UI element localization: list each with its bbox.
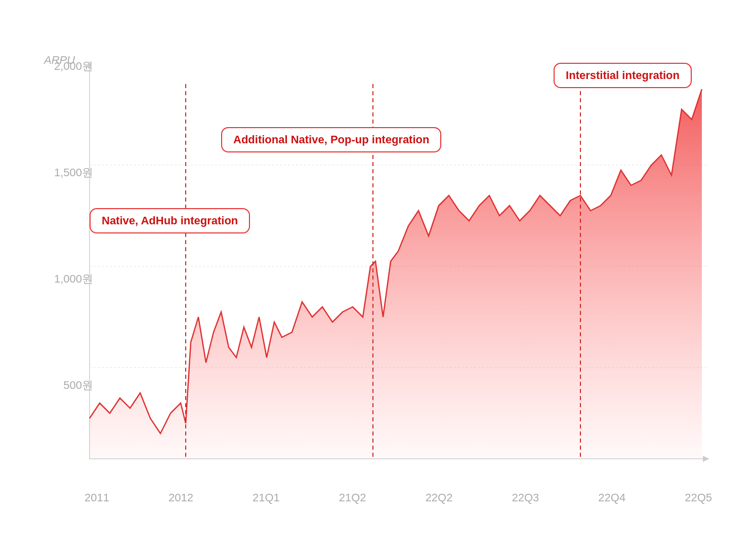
x-axis-ticks: 2011 2012 21Q1 21Q2 22Q2 22Q3 22Q4 22Q5	[85, 491, 712, 504]
annotation-native: Native, AdHub integration	[90, 208, 250, 233]
x-tick-22q3: 22Q3	[512, 491, 539, 504]
annotation-interstitial: Interstitial integration	[554, 63, 692, 88]
svg-marker-3	[703, 456, 709, 462]
x-tick-22q4: 22Q4	[598, 491, 625, 504]
x-tick-21q2: 21Q2	[339, 491, 366, 504]
chart-area	[85, 59, 712, 484]
chart-container: ARPU 2,000원 1,500원 1,000원 500원	[24, 28, 732, 525]
x-tick-22q5: 22Q5	[685, 491, 712, 504]
x-tick-2012: 2012	[169, 491, 193, 504]
annotation-popup: Additional Native, Pop-up integration	[221, 127, 441, 152]
x-tick-2011: 2011	[85, 491, 109, 504]
x-tick-21q1: 21Q1	[253, 491, 280, 504]
x-tick-22q2: 22Q2	[426, 491, 453, 504]
svg-marker-1	[88, 61, 92, 68]
chart-svg	[85, 59, 712, 484]
